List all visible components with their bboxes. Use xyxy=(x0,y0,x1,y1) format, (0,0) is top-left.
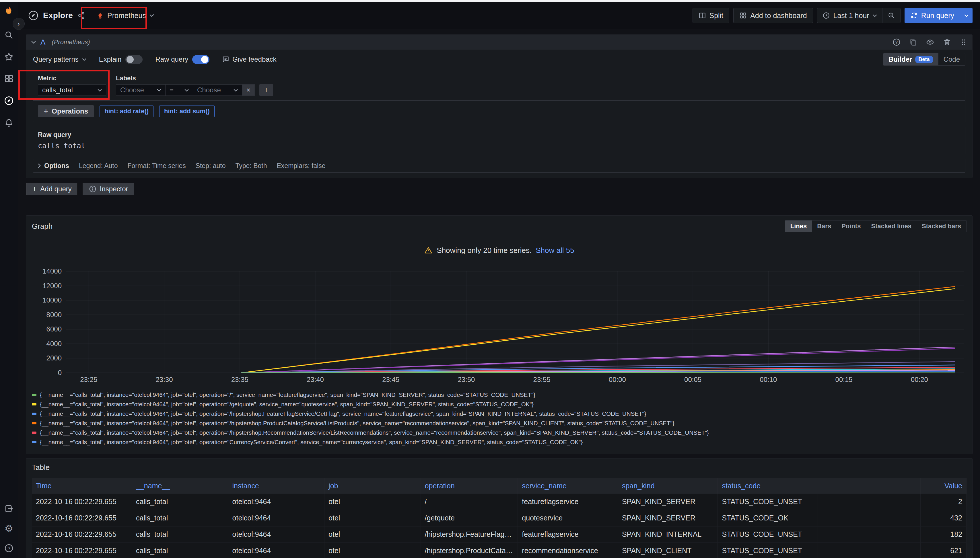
settings-gear-icon[interactable]: ⚙ xyxy=(5,524,13,533)
code-mode-tab[interactable]: Code xyxy=(939,53,965,66)
drag-handle-icon[interactable] xyxy=(960,38,967,46)
table-column-header-status_code[interactable]: status_code xyxy=(718,478,818,494)
raw-query-toggle[interactable]: Raw query xyxy=(155,55,209,64)
dashboards-icon[interactable] xyxy=(4,74,13,83)
explain-toggle[interactable]: Explain xyxy=(99,55,143,64)
graph-mode-tab-stacked-lines[interactable]: Stacked lines xyxy=(866,220,917,232)
legend-item[interactable]: {__name__="calls_total", instance="otelc… xyxy=(32,447,967,449)
builder-mode-tab[interactable]: Builder Beta xyxy=(883,53,939,66)
table-column-header-instance[interactable]: instance xyxy=(228,478,324,494)
graph-mode-tab-points[interactable]: Points xyxy=(836,220,866,232)
x-axis-tick: 23:25 xyxy=(80,376,97,383)
datasource-picker[interactable]: Prometheus xyxy=(90,7,160,24)
chevron-down-icon xyxy=(150,14,154,17)
table-column-header-Value[interactable]: Value xyxy=(921,478,967,494)
duplicate-query-icon[interactable] xyxy=(909,38,917,46)
legend-label: {__name__="calls_total", instance="otelc… xyxy=(40,391,535,398)
alerting-bell-icon[interactable] xyxy=(4,118,13,127)
query-patterns-button[interactable]: Query patterns xyxy=(33,55,86,63)
table-column-header-operation[interactable]: operation xyxy=(421,478,518,494)
add-label-filter-button[interactable]: + xyxy=(259,84,273,96)
legend-item[interactable]: {__name__="calls_total", instance="otelc… xyxy=(32,399,967,409)
svg-text:?: ? xyxy=(7,546,10,551)
time-range-picker[interactable]: Last 1 hour xyxy=(817,8,882,23)
legend-swatch[interactable] xyxy=(32,394,36,396)
chevron-down-icon xyxy=(157,89,161,92)
help-icon[interactable]: ? xyxy=(4,544,13,553)
explore-compass-icon[interactable] xyxy=(4,96,14,105)
table-column-header-__name__[interactable]: __name__ xyxy=(132,478,229,494)
search-icon[interactable] xyxy=(4,30,13,39)
legend-item[interactable]: {__name__="calls_total", instance="otelc… xyxy=(32,437,967,447)
label-operator-select[interactable]: = xyxy=(165,84,193,96)
chart-svg[interactable]: 0200040006000800010000120001400023:2523:… xyxy=(32,266,967,384)
hint-add-rate-button[interactable]: hint: add rate() xyxy=(100,105,153,117)
split-columns-icon xyxy=(699,12,706,19)
add-query-button[interactable]: + Add query xyxy=(26,183,78,195)
legend-item[interactable]: {__name__="calls_total", instance="otelc… xyxy=(32,390,967,399)
grafana-logo-icon[interactable] xyxy=(3,5,15,17)
legend-item[interactable]: {__name__="calls_total", instance="otelc… xyxy=(32,428,967,437)
table-column-header-service_name[interactable]: service_name xyxy=(518,478,618,494)
query-help-icon[interactable]: ? xyxy=(893,38,901,46)
legend-swatch[interactable] xyxy=(32,422,36,424)
run-query-dropdown-button[interactable] xyxy=(960,8,973,23)
table-cell: SPAN_KIND_CLIENT xyxy=(618,543,718,558)
legend-item[interactable]: {__name__="calls_total", instance="otelc… xyxy=(32,409,967,419)
hint-add-sum-button[interactable]: hint: add sum() xyxy=(159,105,215,117)
clock-icon xyxy=(822,12,830,19)
legend-swatch[interactable] xyxy=(32,413,36,415)
give-feedback-button[interactable]: Give feedback xyxy=(222,55,276,63)
table-cell: / xyxy=(421,494,518,510)
top-navbar: Explore Prometheus Split xyxy=(18,2,980,29)
add-to-dashboard-button[interactable]: Add to dashboard xyxy=(733,8,813,23)
table-column-header-spacer xyxy=(818,478,921,494)
table-column-header-Time[interactable]: Time xyxy=(32,478,132,494)
disable-query-eye-icon[interactable] xyxy=(926,38,934,46)
table-cell: calls_total xyxy=(132,494,229,510)
sign-in-icon[interactable] xyxy=(4,504,13,513)
graph-mode-tab-lines[interactable]: Lines xyxy=(785,220,812,232)
option-legend: Legend: Auto xyxy=(79,162,118,170)
legend-swatch[interactable] xyxy=(32,432,36,434)
inspector-button[interactable]: Inspector xyxy=(82,183,135,195)
label-key-select[interactable]: Choose xyxy=(116,84,165,96)
add-operation-button[interactable]: + Operations xyxy=(38,105,94,117)
raw-query-value: calls_total xyxy=(38,142,960,150)
sidebar-expand-button[interactable]: › xyxy=(13,18,25,30)
graph-mode-tab-bars[interactable]: Bars xyxy=(812,220,836,232)
collapse-chevron-icon[interactable] xyxy=(31,41,36,44)
chevron-down-icon xyxy=(964,14,968,17)
metric-select[interactable]: calls_total xyxy=(38,84,106,96)
x-axis-tick: 00:10 xyxy=(760,376,777,383)
table-cell: /hipstershop.ProductCatalogS… xyxy=(421,543,518,558)
timeseries-chart[interactable]: 0200040006000800010000120001400023:2523:… xyxy=(32,266,967,386)
legend-swatch[interactable] xyxy=(32,441,36,443)
table-cell: SPAN_KIND_SERVER xyxy=(618,510,718,526)
table-cell: otel xyxy=(324,510,421,526)
table-panel-title: Table xyxy=(32,463,49,472)
explain-toggle-switch[interactable] xyxy=(125,55,143,64)
zoom-out-time-button[interactable] xyxy=(883,8,900,23)
label-value-select[interactable]: Choose xyxy=(193,84,242,96)
raw-query-toggle-switch[interactable] xyxy=(192,55,209,64)
starred-icon[interactable] xyxy=(4,52,13,61)
options-expand-button[interactable]: Options xyxy=(38,162,69,170)
split-button[interactable]: Split xyxy=(692,8,730,23)
share-icon[interactable] xyxy=(77,12,85,19)
remove-label-filter-button[interactable]: × xyxy=(242,84,255,96)
comment-icon xyxy=(222,56,230,63)
chevron-down-icon xyxy=(233,89,238,92)
legend-swatch[interactable] xyxy=(32,403,36,405)
run-query-button[interactable]: Run query xyxy=(904,8,960,23)
delete-query-trash-icon[interactable] xyxy=(943,38,951,46)
x-axis-tick: 23:50 xyxy=(457,376,475,383)
show-all-series-link[interactable]: Show all 55 xyxy=(536,246,574,255)
graph-mode-tab-stacked-bars[interactable]: Stacked bars xyxy=(917,220,966,232)
table-column-header-job[interactable]: job xyxy=(324,478,421,494)
table-column-header-span_kind[interactable]: span_kind xyxy=(618,478,718,494)
legend-item[interactable]: {__name__="calls_total", instance="otelc… xyxy=(32,419,967,428)
warning-triangle-icon xyxy=(424,246,432,254)
query-row-header[interactable]: A (Prometheus) ? xyxy=(26,35,972,49)
legend-label: {__name__="calls_total", instance="otelc… xyxy=(40,448,535,450)
